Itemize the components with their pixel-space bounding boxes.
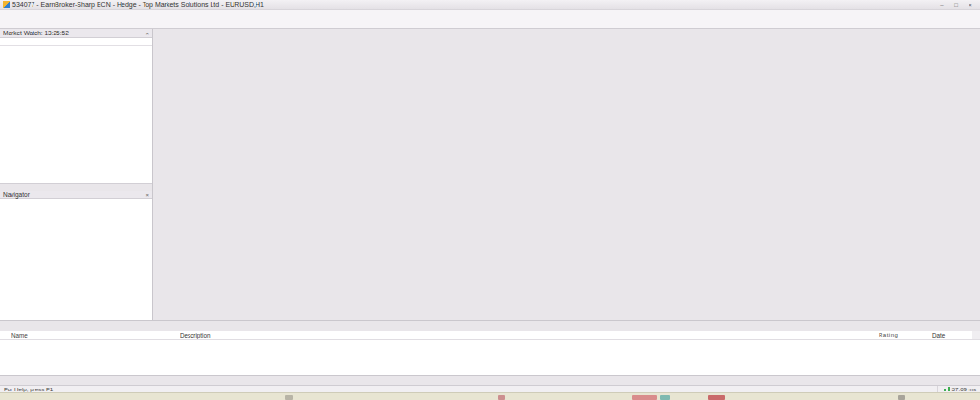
connection-signal-icon: [944, 387, 950, 391]
bottom-tab-row: [0, 320, 980, 331]
market-watch-tabs: [0, 183, 152, 191]
taskbar-item[interactable]: [498, 395, 505, 400]
status-bar: For Help, press F1 37.09 ms: [0, 385, 980, 392]
market-watch-column-headers: [0, 38, 152, 46]
market-watch-title: Market Watch: 13:25:52: [3, 30, 69, 36]
column-description[interactable]: Description: [180, 332, 879, 339]
column-rating[interactable]: Rating: [879, 332, 932, 338]
toolbox-tabs: [0, 375, 980, 385]
toolbar: [0, 18, 980, 29]
app-icon: [3, 1, 10, 8]
taskbar-item[interactable]: [285, 395, 293, 400]
close-icon[interactable]: ×: [145, 192, 149, 198]
navigator-panel: Navigator ×: [0, 191, 153, 320]
taskbar-item[interactable]: [632, 395, 657, 400]
market-watch-panel: Market Watch: 13:25:52 ×: [0, 29, 153, 191]
column-date[interactable]: Date: [932, 332, 972, 339]
navigator-header: Navigator ×: [0, 191, 152, 199]
column-name[interactable]: Name: [11, 332, 180, 339]
latency-value: 37.09 ms: [952, 386, 976, 392]
taskbar-item[interactable]: [660, 395, 670, 400]
taskbar: [0, 392, 980, 400]
toolbox-column-headers: Name Description Rating Date: [0, 331, 980, 340]
window-titlebar: 534077 - EarnBroker-Sharp ECN - Hedge - …: [0, 0, 980, 10]
navigator-tree: [0, 199, 152, 201]
maximize-button[interactable]: □: [949, 1, 963, 9]
taskbar-item[interactable]: [708, 395, 725, 400]
close-icon[interactable]: ×: [145, 31, 149, 36]
market-watch-header: Market Watch: 13:25:52 ×: [0, 29, 152, 38]
minimize-button[interactable]: –: [935, 1, 948, 9]
toolbox-panel: Name Description Rating Date: [0, 331, 980, 375]
market-watch-rows: [0, 46, 152, 183]
status-help-text: For Help, press F1: [4, 386, 53, 392]
window-title: 534077 - EarnBroker-Sharp ECN - Hedge - …: [12, 1, 264, 8]
close-button[interactable]: ×: [964, 1, 977, 9]
navigator-title: Navigator: [3, 191, 30, 198]
menu-bar: [0, 10, 980, 18]
taskbar-item[interactable]: [898, 395, 905, 400]
